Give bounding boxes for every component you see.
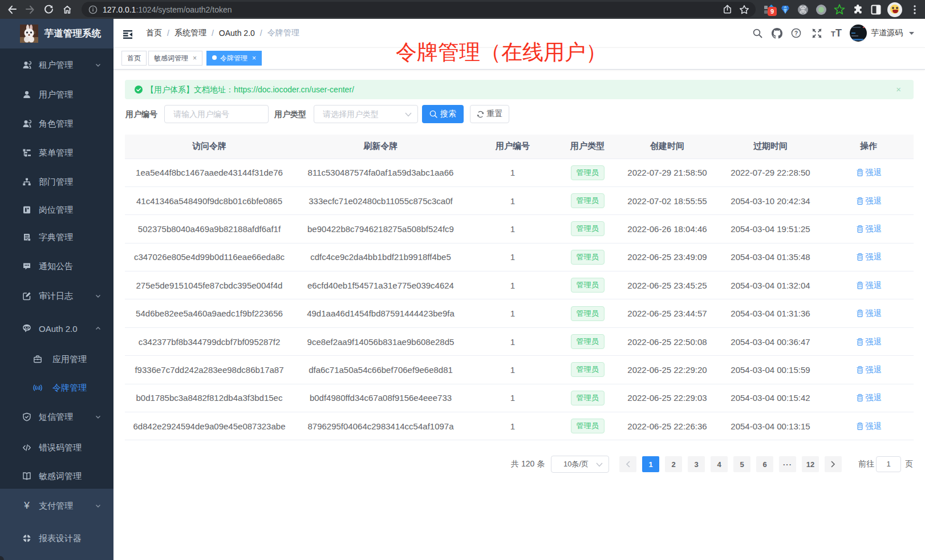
svg-text:?: ? bbox=[794, 30, 798, 36]
svg-text:a: a bbox=[36, 385, 39, 391]
svg-text:T: T bbox=[831, 30, 835, 38]
svg-text:T: T bbox=[835, 28, 842, 38]
